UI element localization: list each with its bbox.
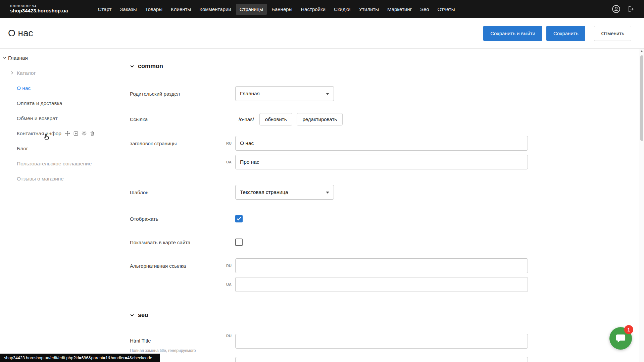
- scrollbar-thumb[interactable]: [640, 55, 643, 141]
- scroll-up-arrow[interactable]: [640, 50, 643, 53]
- topnav-start[interactable]: Старт: [94, 4, 115, 15]
- chevron-right-icon: [10, 71, 14, 75]
- sidebar-item-o-nas[interactable]: О нас: [0, 81, 118, 96]
- field-label: заголовок страницы: [130, 141, 217, 146]
- page-url-value: /o-nas/: [239, 116, 254, 122]
- move-icon[interactable]: [65, 131, 70, 136]
- alt-link-ua-input[interactable]: [235, 277, 528, 292]
- lang-badge-ru: RU: [217, 334, 235, 338]
- delete-trash-icon[interactable]: [90, 131, 95, 136]
- sidebar-item-label: Главная: [8, 55, 28, 61]
- account-icon[interactable]: [612, 5, 621, 13]
- sidebar-item-blog[interactable]: Блог: [0, 141, 118, 156]
- edit-link-button[interactable]: редактировать: [297, 113, 343, 125]
- sitemap-checkbox[interactable]: [235, 239, 243, 246]
- topnav-reports[interactable]: Отчеты: [434, 4, 459, 15]
- sidebar-item-label: Пользовательское соглашение: [17, 161, 92, 167]
- page-title: О нас: [8, 28, 33, 39]
- page-title-ru-input[interactable]: [235, 136, 528, 151]
- topnav-utilities[interactable]: Утилиты: [355, 4, 383, 15]
- field-page-title-ua: UA: [130, 155, 639, 169]
- field-template: Шаблон Текстовая страница: [130, 185, 639, 200]
- topnav-pages[interactable]: Страницы: [236, 4, 267, 15]
- topnav-marketing[interactable]: Маркетинг: [384, 4, 415, 15]
- topnav-discounts[interactable]: Скидки: [330, 4, 354, 15]
- browser-status-bar: shop34423.horoshop.ua/edit/edit.php?id=6…: [0, 354, 160, 362]
- topnav-clients[interactable]: Клиенты: [167, 4, 195, 15]
- field-hint: Полная замена title, генерируемого: [130, 348, 217, 353]
- top-navigation: Старт Заказы Товары Клиенты Комментарии …: [94, 4, 459, 15]
- display-checkbox[interactable]: [235, 215, 243, 222]
- section-title: common: [138, 63, 163, 70]
- field-html-title-ua: UA: [130, 357, 639, 362]
- pages-tree-sidebar: Главная Каталог О нас Оплата и доставка …: [0, 49, 118, 362]
- section-common-toggle[interactable]: common: [130, 62, 639, 70]
- field-html-title-ru: Html Title Полная замена title, генериру…: [130, 334, 639, 353]
- cancel-button[interactable]: Отменить: [594, 26, 631, 41]
- chevron-down-icon: [130, 64, 134, 68]
- topnav-seo[interactable]: Seo: [416, 4, 433, 15]
- save-and-exit-button[interactable]: Сохранить и выйти: [483, 26, 542, 41]
- alt-link-ru-input[interactable]: [235, 258, 528, 273]
- parent-section-value: Главная: [240, 91, 260, 97]
- page-title-ua-input[interactable]: [235, 155, 528, 169]
- sidebar-item-kontaktnaya-informatsiya[interactable]: Контактная инфор: [0, 126, 118, 141]
- settings-gear-icon[interactable]: [81, 131, 87, 136]
- sidebar-item-polzovatelskoe-soglashenie[interactable]: Пользовательское соглашение: [0, 156, 118, 171]
- topnav-orders[interactable]: Заказы: [116, 4, 140, 15]
- field-label: Html Title: [130, 338, 151, 344]
- lang-badge-ua: UA: [217, 282, 235, 287]
- template-select[interactable]: Текстовая страница: [235, 185, 334, 200]
- field-label: Показывать в карте сайта: [130, 240, 217, 245]
- field-display: Отображать: [130, 214, 639, 223]
- logout-icon[interactable]: [627, 5, 635, 13]
- add-page-icon[interactable]: [73, 131, 79, 136]
- chevron-down-icon: [326, 192, 329, 195]
- topnav-settings[interactable]: Настройки: [297, 4, 329, 15]
- page-edit-form: common Родительский раздел Главная Ссылк…: [118, 49, 639, 362]
- sidebar-item-label: О нас: [17, 85, 31, 91]
- topnav-banners[interactable]: Баннеры: [268, 4, 296, 15]
- chevron-down-icon: [326, 93, 329, 97]
- field-link: Ссылка /o-nas/ обновить редактировать: [130, 112, 639, 126]
- topnav-comments[interactable]: Комментарии: [196, 4, 235, 15]
- sidebar-item-label: Каталог: [17, 70, 36, 76]
- field-alt-link-ua: UA: [130, 277, 639, 292]
- html-title-ua-input[interactable]: [235, 357, 528, 362]
- save-button[interactable]: Сохранить: [546, 26, 586, 41]
- chevron-down-icon: [3, 56, 7, 60]
- section-title: seo: [138, 312, 148, 319]
- field-label: Отображать: [130, 216, 217, 222]
- lang-badge-ru: RU: [217, 264, 235, 268]
- field-sitemap: Показывать в карте сайта: [130, 238, 639, 247]
- topnav-products[interactable]: Товары: [141, 4, 166, 15]
- field-label: Шаблон: [130, 190, 217, 195]
- brand-logo[interactable]: HOROSHOP V4 shop34423.horoshop.ua: [10, 5, 68, 13]
- chat-widget-button[interactable]: 1: [609, 327, 632, 350]
- field-label: Родительский раздел: [130, 91, 217, 97]
- field-label: Альтернативная ссылка: [130, 263, 217, 269]
- chevron-down-icon: [130, 313, 134, 317]
- sidebar-item-glavnaya[interactable]: Главная: [0, 50, 118, 65]
- refresh-link-button[interactable]: обновить: [259, 113, 293, 125]
- sidebar-item-label: Отзывы о магазине: [17, 176, 64, 182]
- field-alt-link-ru: Альтернативная ссылка RU: [130, 258, 639, 273]
- lang-badge-ru: RU: [217, 141, 235, 145]
- page-header: О нас Сохранить и выйти Сохранить Отмени…: [0, 18, 644, 49]
- sidebar-item-otzyvy-o-magazine[interactable]: Отзывы о магазине: [0, 171, 118, 186]
- section-seo-toggle[interactable]: seo: [130, 311, 639, 319]
- sidebar-item-obmen-i-vozvrat[interactable]: Обмен и возврат: [0, 111, 118, 126]
- parent-section-select[interactable]: Главная: [235, 86, 334, 101]
- chat-bubble-icon: [615, 333, 626, 344]
- vertical-scrollbar[interactable]: [639, 49, 644, 362]
- chat-unread-badge: 1: [624, 325, 633, 334]
- sidebar-item-label: Обмен и возврат: [17, 115, 58, 121]
- sidebar-item-oplata-i-dostavka[interactable]: Оплата и доставка: [0, 96, 118, 111]
- sidebar-item-katalog[interactable]: Каталог: [0, 65, 118, 81]
- field-page-title-ru: заголовок страницы RU: [130, 136, 639, 151]
- sidebar-item-label: Блог: [17, 146, 28, 152]
- html-title-ru-input[interactable]: [235, 334, 528, 349]
- top-bar: HOROSHOP V4 shop34423.horoshop.ua Старт …: [0, 0, 644, 18]
- sidebar-item-label: Контактная инфор: [17, 131, 61, 137]
- field-label: Ссылка: [130, 116, 217, 122]
